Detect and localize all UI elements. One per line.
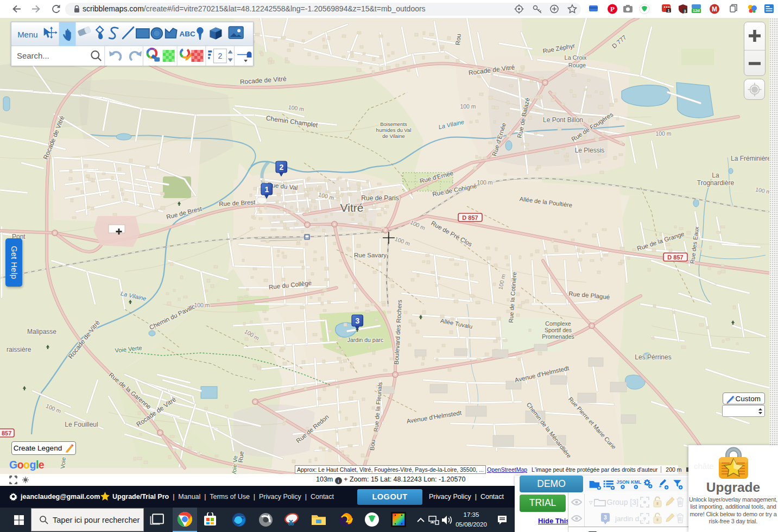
svg-text:Rue: Rue (237, 451, 245, 463)
svg-text:P: P (610, 5, 615, 13)
svg-text:100 m: 100 m (460, 103, 476, 110)
svg-text:KML: KML (631, 479, 642, 485)
svg-text:Rou: Rou (454, 34, 462, 46)
svg-text:Le Pont Billon: Le Pont Billon (543, 116, 583, 124)
svg-text:Sportif des: Sportif des (545, 327, 572, 333)
svg-text:scribblemaps.com/create#/id=vi: scribblemaps.com/create#/id=vitre270215&… (83, 4, 426, 13)
svg-text:3: 3 (604, 515, 607, 521)
svg-text:Boisements: Boisements (380, 121, 407, 127)
svg-text:100 m: 100 m (194, 302, 210, 308)
svg-text:Malipasse: Malipasse (27, 328, 56, 335)
svg-text:Bou: Bou (369, 439, 376, 451)
svg-text:Jardin du parc: Jardin du parc (347, 337, 384, 343)
svg-text:Complexe: Complexe (545, 320, 571, 327)
svg-text:Menu: Menu (17, 29, 37, 39)
svg-text:de Vilaine: de Vilaine (382, 133, 405, 139)
svg-text:857: 857 (2, 430, 11, 436)
svg-text:Search...: Search... (17, 51, 49, 60)
svg-text:Rue Savary: Rue Savary (354, 252, 387, 258)
svg-text:Le Fouilleul: Le Fouilleul (65, 421, 98, 428)
svg-text:raissière: raissière (7, 346, 31, 353)
svg-text:2: 2 (218, 52, 222, 60)
svg-text:3: 3 (684, 9, 686, 13)
svg-text:2: 2 (279, 163, 283, 172)
svg-text:Rouge: Rouge (568, 62, 586, 68)
svg-text:D 857: D 857 (462, 214, 478, 221)
svg-text:3: 3 (355, 316, 359, 325)
svg-text:Promenades: Promenades (542, 333, 574, 340)
svg-text:Le Plessis: Le Plessis (575, 147, 605, 154)
svg-text:humides du Val: humides du Val (376, 127, 412, 133)
svg-text:M: M (712, 5, 717, 13)
svg-text:La Croix: La Croix (565, 54, 587, 61)
svg-text:1: 1 (264, 185, 269, 194)
svg-text:JSON: JSON (616, 479, 629, 485)
svg-text:D 857: D 857 (667, 254, 683, 261)
svg-text:100 m: 100 m (477, 179, 492, 186)
svg-text:Trognardière: Trognardière (697, 179, 735, 187)
svg-text:Voie: Voie (59, 457, 67, 468)
svg-text:Les Pérrines: Les Pérrines (635, 353, 671, 361)
svg-text:12d: 12d (693, 8, 700, 13)
svg-text:Rue de Paris: Rue de Paris (361, 194, 399, 202)
svg-text:Vitré: Vitré (340, 201, 364, 214)
svg-text:La Fréminière: La Fréminière (731, 155, 771, 162)
svg-text:ABC: ABC (180, 29, 195, 37)
svg-text:100 m: 100 m (655, 130, 671, 137)
svg-text:1: 1 (668, 9, 670, 12)
svg-text:La: La (712, 172, 719, 179)
